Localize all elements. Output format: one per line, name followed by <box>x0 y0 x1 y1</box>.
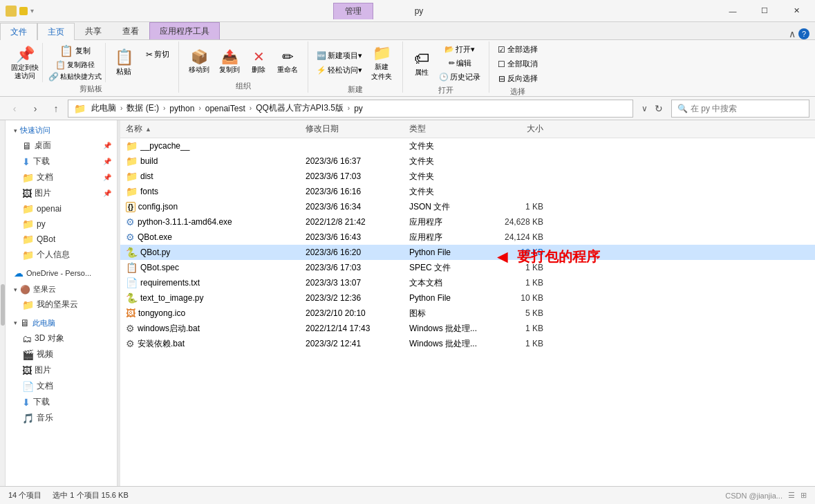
sidebar-quickaccess-header[interactable]: ▾ 快速访问 <box>6 123 117 138</box>
file-name: build <box>140 156 306 166</box>
table-row[interactable]: 📄 requirements.txt 2023/3/3 13:07 文本文档 1… <box>120 275 815 290</box>
py-folder-icon: 📁 <box>22 218 34 230</box>
sidebar-item-pictures2[interactable]: 🖼 图片 <box>6 362 117 378</box>
status-view-icon1[interactable]: ☰ <box>788 491 795 500</box>
tab-app-tools[interactable]: 应用程序工具 <box>149 22 220 39</box>
paste-shortcut-btn[interactable]: 🔗 粘贴快捷方式 <box>46 71 104 82</box>
tab-view[interactable]: 查看 <box>112 22 149 39</box>
sidebar-item-qbot[interactable]: 📁 QBot <box>6 232 117 247</box>
delete-btn[interactable]: ✕ 删除 <box>245 47 272 76</box>
paste-btn[interactable]: 📋 粘贴 <box>109 47 139 78</box>
table-row[interactable]: ⚙ windows启动.bat 2022/12/14 17:43 Windows… <box>120 321 815 336</box>
path-folder-icon: 📁 <box>74 103 86 114</box>
minimize-button[interactable]: — <box>717 0 749 22</box>
quickaccess-label: 快速访问 <box>20 125 50 136</box>
file-size: 1 KB <box>499 278 554 288</box>
file-name: dist <box>140 171 306 181</box>
ribbon-collapse-btn[interactable]: ∧ <box>789 28 796 39</box>
address-path[interactable]: 📁 此电脑 › 数据 (E:) › python › openaiTest › … <box>68 100 633 118</box>
open-btn[interactable]: 📂 打开▾ <box>436 43 483 56</box>
paste-path-btn[interactable]: 📋 复制路径 <box>46 59 104 71</box>
path-py[interactable]: py <box>354 104 363 113</box>
music-icon: 🎵 <box>22 413 34 424</box>
table-row[interactable]: {} config.json 2023/3/6 16:34 JSON 文件 1 … <box>120 199 815 214</box>
col-header-type[interactable]: 类型 <box>409 123 499 135</box>
sidebar-item-downloads2[interactable]: ⬇ 下载 <box>6 394 117 410</box>
sidebar-item-pictures[interactable]: 🖼 图片 📌 <box>6 185 117 201</box>
open-icon: 📂 <box>444 45 454 54</box>
quickaccess-arrow-icon: ▾ <box>14 127 17 134</box>
rename-btn[interactable]: ✏ 重命名 <box>273 47 302 76</box>
up-button[interactable]: ↑ <box>47 100 65 118</box>
table-row[interactable]: 📁 fonts 2023/3/6 16:16 文件夹 <box>120 184 815 199</box>
table-row[interactable]: ⚙ python-3.11.1-amd64.exe 2022/12/8 21:4… <box>120 214 815 230</box>
copy-to-btn[interactable]: 📤 复制到 <box>215 47 244 76</box>
table-row[interactable]: 🐍 QBot.py 2023/3/6 16:20 Python File 16 … <box>120 245 815 260</box>
sidebar-item-downloads[interactable]: ⬇ 下载 📌 <box>6 153 117 169</box>
file-type: JSON 文件 <box>409 201 499 213</box>
sidebar-item-desktop[interactable]: 🖥 桌面 📌 <box>6 138 117 153</box>
table-row[interactable]: 📁 __pycache__ 文件夹 <box>120 138 815 153</box>
search-input[interactable] <box>691 104 803 113</box>
deselect-all-icon: ☐ <box>498 59 505 69</box>
path-python[interactable]: python <box>169 104 194 113</box>
easy-access-btn[interactable]: ⚡ 轻松访问▾ <box>314 64 365 77</box>
deselect-all-btn[interactable]: ☐ 全部取消 <box>495 57 541 71</box>
invert-selection-btn[interactable]: ⊟ 反向选择 <box>496 72 541 85</box>
sidebar-item-openai[interactable]: 📁 openai <box>6 201 117 216</box>
path-openaitest[interactable]: openaiTest <box>205 104 245 113</box>
sidebar-thispc-header[interactable]: ▾ 🖥 此电脑 <box>6 315 117 330</box>
sidebar-item-myjianguoyun[interactable]: 📁 我的坚果云 <box>6 297 117 312</box>
sidebar-item-documents[interactable]: 📁 文档 📌 <box>6 169 117 185</box>
sidebar-item-documents2[interactable]: 📄 文档 <box>6 378 117 394</box>
new-folder-btn[interactable]: 📁 新建文件夹 <box>366 43 397 83</box>
tab-share[interactable]: 共享 <box>75 22 112 39</box>
properties-btn[interactable]: 🏷 属性 <box>409 48 435 79</box>
tab-home[interactable]: 主页 <box>37 23 75 40</box>
close-button[interactable]: ✕ <box>780 0 812 22</box>
maximize-button[interactable]: ☐ <box>749 0 780 22</box>
sidebar-item-personal[interactable]: 📁 个人信息 <box>6 247 117 263</box>
sidebar-jianguoyun-header[interactable]: ▾ 🟤 坚果云 <box>6 282 117 297</box>
new-item-btn[interactable]: 🆕 新建项目▾ <box>314 49 365 62</box>
ribbon-help-btn[interactable]: ? <box>798 28 809 39</box>
table-row[interactable]: 🐍 text_to_image.py 2023/3/2 12:36 Python… <box>120 290 815 306</box>
cut-btn[interactable]: ✂ 剪切 <box>142 48 173 60</box>
back-button[interactable]: ‹ <box>6 100 24 118</box>
tab-file[interactable]: 文件 <box>0 23 37 40</box>
path-qq[interactable]: QQ机器人官方API3.5版 <box>256 102 344 114</box>
col-header-name[interactable]: 名称 ▲ <box>126 123 306 135</box>
select-all-icon: ☑ <box>498 45 505 55</box>
path-dropdown-btn[interactable]: ∨ <box>639 104 650 113</box>
move-to-btn[interactable]: 📦 移动到 <box>185 47 214 76</box>
file-name: fonts <box>140 187 306 196</box>
sidebar-item-videos[interactable]: 🎬 视频 <box>6 346 117 362</box>
file-type: Windows 批处理... <box>409 338 499 350</box>
path-data-e[interactable]: 数据 (E:) <box>127 102 159 114</box>
col-header-size[interactable]: 大小 <box>499 123 554 135</box>
sidebar-item-py[interactable]: 📁 py <box>6 216 117 232</box>
table-row[interactable]: 📁 build 2023/3/6 16:37 文件夹 <box>120 153 815 169</box>
edit-btn[interactable]: ✏ 编辑 <box>436 57 483 70</box>
col-header-date[interactable]: 修改日期 <box>306 123 409 135</box>
status-view-icon2[interactable]: ⊞ <box>800 491 807 500</box>
pin-to-quickaccess-btn[interactable]: 📌 固定到快速访问 <box>8 43 41 82</box>
table-row[interactable]: 📁 dist 2023/3/6 17:03 文件夹 <box>120 169 815 184</box>
forward-button[interactable]: › <box>26 100 44 118</box>
file-icon: ⚙ <box>126 216 135 227</box>
path-computer[interactable]: 此电脑 <box>91 102 116 114</box>
copy-btn[interactable]: 📋 复制 <box>46 43 104 59</box>
file-type: Windows 批处理... <box>409 323 499 335</box>
table-row[interactable]: ⚙ 安装依赖.bat 2023/3/2 12:41 Windows 批处理...… <box>120 336 815 351</box>
table-row[interactable]: ⚙ QBot.exe 2023/3/6 16:43 应用程序 24,124 KB <box>120 230 815 245</box>
sidebar-item-3dobjects[interactable]: 🗂 3D 对象 <box>6 330 117 346</box>
select-all-btn[interactable]: ☑ 全部选择 <box>495 43 541 56</box>
refresh-button[interactable]: ↻ <box>652 103 666 114</box>
sidebar-item-music[interactable]: 🎵 音乐 <box>6 410 117 426</box>
sidebar-onedrive-header[interactable]: ☁ OneDrive - Perso... <box>6 265 117 281</box>
tab-manage[interactable]: 管理 <box>333 3 373 19</box>
file-type: 文本文档 <box>409 277 499 289</box>
history-btn[interactable]: 🕒 历史记录 <box>436 71 483 84</box>
table-row[interactable]: 📋 QBot.spec 2023/3/6 17:03 SPEC 文件 1 KB <box>120 260 815 275</box>
table-row[interactable]: 🖼 tongyong.ico 2023/2/10 20:10 图标 5 KB <box>120 306 815 321</box>
